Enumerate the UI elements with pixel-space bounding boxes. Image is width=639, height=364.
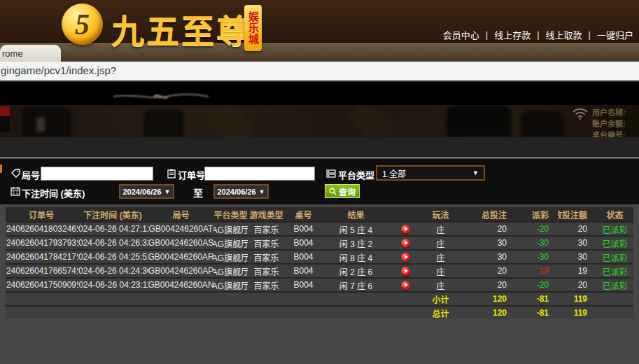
round-id-input[interactable] [41,167,153,181]
cell-valid-bet: 30 [558,237,596,249]
cell-result: 闲 3 庄 2 [322,237,390,249]
platform-select-value: 1.全部 [382,167,406,179]
cell-platform: AG旗舰厅 [213,237,248,249]
cell-order-id: 240626041803246 [6,223,77,235]
cell-bet-time: 2024-06-26 04:26:32 [77,237,148,249]
cell-round-id: GB004246260AR [148,251,213,263]
casino-photo-banner: 用户名称: 账户余额: 桌台编号: [0,105,639,137]
banner-black-square [0,116,10,132]
table-row: 240626041784217 2024-06-26 04:25:51 GB00… [6,249,633,263]
table-header-row: 订单号 下注时间 (美东) 局号 平台类型 游戏类型 桌号 结果 玩法 总投注 … [6,207,633,221]
cell-bet-time: 2024-06-26 04:27:12 [77,223,148,235]
tag-icon [11,169,21,178]
cell-round-id: GB004246260AP [148,265,213,277]
date-to-picker[interactable]: 2024/06/26 ▼ [213,184,269,199]
wifi-icon [572,106,589,120]
col-header: 桌号 [285,207,322,221]
cell-play: 庄 [421,237,460,249]
cell-payout: -30 [516,251,558,263]
address-bar[interactable]: gingame/pcv1/index.jsp? [0,62,639,82]
cell-table-no: B004 [285,223,322,235]
col-header: 结果 [322,207,390,221]
cell-total-bet: 30 [460,237,516,249]
platform-type-label: 平台类型 [338,168,374,181]
cell-valid-bet: 20 [558,223,596,235]
platform-select[interactable]: 1.全部 ▼ [376,165,485,181]
dark-strip [0,137,639,158]
cell-valid-bet: 30 [558,251,596,263]
cell-valid-bet: 19 [558,265,596,277]
nav-link-member-center[interactable]: 会员中心 [443,28,479,41]
cell-table-no: B004 [285,251,322,263]
date-from-picker[interactable]: 2024/06/26 ▼ [119,184,174,199]
cell-order-id: 240626041793793 [6,237,77,249]
cell-payout: -30 [516,237,558,249]
total-total-bet: 120 [460,307,516,319]
orange-tick [0,164,2,173]
nav-link-one-key-transfer[interactable]: 一键归户 [597,28,633,41]
cell-payout: -20 [516,223,558,235]
nav-link-online-withdraw[interactable]: 线上取款 [546,28,582,41]
play-icon[interactable] [401,281,410,290]
search-icon [329,188,337,195]
page: 会员中心 | 线上存款 | 线上取款 | 一键归户 5 九五至尊 娱乐城 rom… [0,0,639,364]
col-header: 总投注 [460,207,516,221]
col-header: 派彩 [516,207,558,221]
platform-list-icon [326,169,336,178]
black-band [0,82,639,105]
nav-separator: | [589,29,591,40]
cell-play: 庄 [421,223,460,235]
chevron-down-icon: ▼ [164,188,171,195]
table-row: 240626041750909 2024-06-26 04:23:11 GB00… [6,277,633,291]
play-icon[interactable] [401,253,410,262]
cell-round-id: GB004246260AS [148,237,213,249]
cell-game-type: 百家乐 [248,237,285,249]
subtotal-payout: -81 [516,293,558,305]
col-header: 订单号 [6,207,77,221]
cell-replay [390,237,421,249]
cell-platform: AG旗舰厅 [213,279,248,291]
play-icon[interactable] [401,225,410,234]
cell-status: 已派彩 [596,279,633,291]
cell-play: 庄 [421,265,460,277]
filter-form: 局号 订单号 平台类型 1.全部 ▼ 下注时间 (美东) 2024/06/26 [0,159,639,204]
browser-tab-label: rome [2,48,23,59]
play-icon[interactable] [401,267,410,276]
address-bar-url: gingame/pcv1/index.jsp? [1,64,116,76]
bet-time-label: 下注时间 (美东) [22,186,85,200]
nav-link-online-deposit[interactable]: 线上存款 [494,28,531,41]
col-header: 平台类型 [213,207,248,221]
cell-status: 已派彩 [596,265,633,277]
bet-record-table: 订单号 下注时间 (美东) 局号 平台类型 游戏类型 桌号 结果 玩法 总投注 … [6,207,633,319]
cell-play: 庄 [421,251,460,263]
cell-total-bet: 30 [460,251,516,263]
query-button[interactable]: 查询 [325,184,360,198]
cell-result: 闲 5 庄 4 [322,223,390,235]
brand-badge: 娱乐城 [244,5,262,51]
banner-label-username: 用户名称: [592,106,626,118]
play-icon[interactable] [401,239,410,248]
cell-table-no: B004 [285,237,322,249]
total-payout: -81 [516,307,558,319]
cell-result: 闲 2 庄 6 [322,265,390,277]
total-valid-bet: 119 [558,307,596,319]
browser-tab[interactable]: rome [0,45,61,62]
table-row: 240626041766574 2024-06-26 04:24:30 GB00… [6,263,633,277]
col-header [390,207,421,221]
col-header: 局号 [148,207,213,221]
order-id-label: 订单号 [178,168,205,181]
brand-logo-icon: 5 [62,4,103,45]
cell-order-id: 240626041750909 [6,279,77,291]
order-id-input[interactable] [204,167,315,181]
cell-game-type: 百家乐 [248,251,285,263]
cell-play: 庄 [421,279,460,291]
cell-round-id: GB004246260AN [148,279,213,291]
cell-status: 已派彩 [596,223,633,235]
col-header: 有效投注额 [558,207,596,221]
cell-total-bet: 20 [460,223,516,235]
cell-round-id: GB004246260AT [148,223,213,235]
subtotal-valid-bet: 119 [558,293,596,305]
top-nav: 会员中心 | 线上存款 | 线上取款 | 一键归户 [443,28,633,41]
cell-order-id: 240626041784217 [6,251,77,263]
cell-game-type: 百家乐 [248,223,285,235]
